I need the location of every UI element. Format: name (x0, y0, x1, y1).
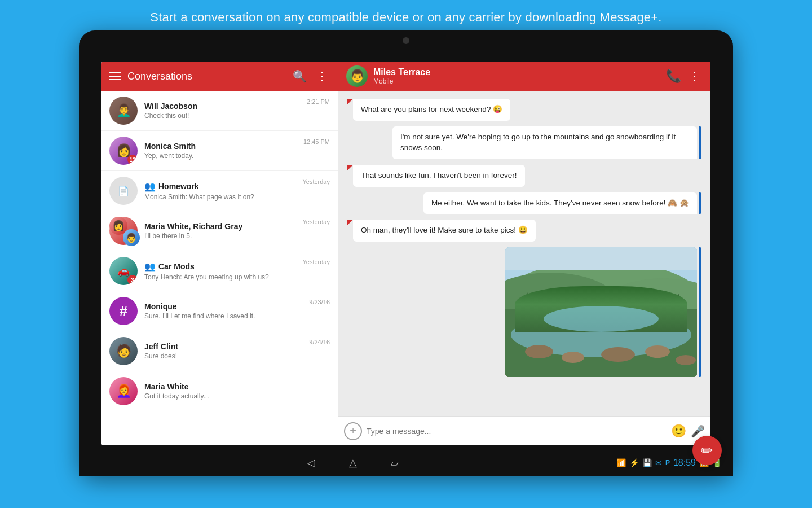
outgoing-wrapper: I'm not sure yet. We're hoping to go up … (392, 126, 701, 159)
avatar: # (109, 297, 138, 325)
outgoing-bar-icon (699, 247, 701, 377)
message-row: Oh man, they'll love it! Make sure to ta… (347, 220, 701, 242)
avatar: 🧑 (109, 337, 138, 365)
emoji-button[interactable]: 🙂 (671, 424, 686, 439)
voice-button[interactable]: 🎤 (691, 424, 705, 438)
message-input[interactable] (367, 427, 667, 436)
more-options-button[interactable]: ⋮ (314, 68, 330, 84)
more-options-button[interactable]: ⋮ (687, 68, 703, 84)
tagline: Start a conversation on any compatible d… (0, 0, 812, 30)
message-text: Me either. We want to take the kids. The… (431, 199, 689, 207)
conv-preview: Got it today actually... (144, 392, 323, 400)
conversation-list: 👨‍🦱 Will Jacobson Check this out! 2:21 P… (102, 91, 338, 445)
chat-header: 👨 Miles Terrace Mobile 📞 ⋮ (338, 62, 710, 91)
signal-icon: 📶 (616, 458, 626, 467)
unread-badge: 3 (127, 275, 138, 285)
conversations-title: Conversations (127, 71, 285, 82)
landscape-image (505, 247, 697, 377)
email-icon: ✉ (655, 458, 662, 467)
search-button[interactable]: 🔍 (292, 68, 307, 84)
conv-name: Monica Smith (144, 142, 297, 151)
contact-type: Mobile (373, 77, 660, 85)
conv-time: Yesterday (302, 178, 330, 185)
conv-name: Jeff Clint (144, 342, 302, 351)
message-bubble: Me either. We want to take the kids. The… (423, 192, 697, 214)
svg-point-6 (525, 345, 553, 358)
tablet-frame: Conversations 🔍 ⋮ 👨‍🦱 Will Jacobson Chec… (79, 30, 733, 476)
message-bubble: That sounds like fun. I haven't been in … (353, 165, 525, 187)
conv-info: Will Jacobson Check this out! (144, 102, 300, 120)
android-nav-bar: ◁ △ ▱ 📶 ⚡ 💾 ✉ P 18:59 📶 🔋 (79, 449, 733, 476)
status-time: 18:59 (673, 458, 696, 468)
conv-time: 9/23/16 (309, 299, 330, 305)
group-icon: 👥 (144, 181, 156, 192)
storage-icon: 💾 (642, 458, 652, 467)
conv-info: Jeff Clint Sure does! (144, 342, 302, 360)
svg-point-7 (562, 352, 584, 363)
message-text: That sounds like fun. I haven't been in … (361, 171, 517, 179)
avatar: 👩 13 (109, 137, 138, 165)
message-indicator-icon (347, 220, 353, 225)
back-button[interactable]: ◁ (307, 457, 315, 469)
message-text: Oh man, they'll love it! Make sure to ta… (361, 226, 528, 234)
image-message[interactable] (505, 247, 697, 377)
app-container: Conversations 🔍 ⋮ 👨‍🦱 Will Jacobson Chec… (102, 62, 710, 445)
avatar: 🚗 3 (109, 257, 138, 285)
conv-preview: Check this out! (144, 112, 300, 120)
conv-info: Monique Sure. I'll Let me find where I s… (144, 302, 302, 320)
conversation-item[interactable]: 📄 👥 Homework Monica Smith: What page was… (102, 171, 338, 211)
conv-time: 12:45 PM (303, 138, 330, 145)
svg-point-1 (505, 261, 697, 340)
conv-preview: Monica Smith: What page was it on? (144, 193, 295, 201)
conversation-item[interactable]: 👩 13 Monica Smith Yep, went today. 12:45… (102, 131, 338, 171)
outgoing-bar-icon (699, 192, 701, 214)
landscape-svg (505, 247, 697, 377)
home-button[interactable]: △ (349, 457, 357, 469)
avatar: 👩‍🦰 (109, 377, 138, 405)
conv-name: 👥 Car Mods (144, 261, 295, 272)
hamburger-menu-button[interactable] (109, 72, 121, 80)
svg-point-3 (601, 278, 697, 335)
left-header: Conversations 🔍 ⋮ (102, 62, 338, 91)
outgoing-bar-icon (699, 126, 701, 159)
message-text: What are you plans for next weekend? 😜 (361, 105, 502, 113)
conv-preview: Yep, went today. (144, 152, 297, 160)
message-bubble: Oh man, they'll love it! Make sure to ta… (353, 220, 536, 242)
call-button[interactable]: 📞 (665, 68, 681, 84)
contact-avatar: 👨 (346, 65, 368, 87)
outgoing-wrapper (505, 247, 701, 377)
conv-name: Maria White, Richard Gray (144, 222, 295, 231)
svg-marker-11 (522, 292, 533, 309)
conversation-item[interactable]: 👩‍🦰 Maria White Got it today actually... (102, 371, 338, 411)
conversation-item[interactable]: # Monique Sure. I'll Let me find where I… (102, 291, 338, 331)
conv-time: Yesterday (302, 259, 330, 265)
avatar: 👩 👨 (109, 217, 138, 245)
contact-name: Miles Terrace (373, 67, 660, 77)
left-panel: Conversations 🔍 ⋮ 👨‍🦱 Will Jacobson Chec… (102, 62, 338, 445)
conversation-item[interactable]: 👩 👨 Maria White, Richard Gray I'll be th… (102, 211, 338, 251)
messages-container: What are you plans for next weekend? 😜 I… (338, 91, 710, 416)
svg-point-9 (645, 345, 670, 358)
nav-items: ◁ △ ▱ (90, 457, 616, 469)
input-bar: + 🙂 🎤 (338, 416, 710, 445)
conversation-item[interactable]: 🧑 Jeff Clint Sure does! 9/24/16 (102, 331, 338, 371)
message-row: I'm not sure yet. We're hoping to go up … (347, 126, 701, 159)
conv-preview: I'll be there in 5. (144, 232, 295, 240)
message-bubble: I'm not sure yet. We're hoping to go up … (392, 126, 697, 159)
right-panel: 👨 Miles Terrace Mobile 📞 ⋮ What are you … (338, 62, 710, 445)
message-row: That sounds like fun. I haven't been in … (347, 165, 701, 187)
message-row: Me either. We want to take the kids. The… (347, 192, 701, 214)
conv-preview: Tony Hench: Are you meeting up with us? (144, 273, 295, 281)
conversation-item[interactable]: 🚗 3 👥 Car Mods Tony Hench: Are you meeti… (102, 251, 338, 291)
conversation-item[interactable]: 👨‍🦱 Will Jacobson Check this out! 2:21 P… (102, 91, 338, 131)
conv-name: Monique (144, 302, 302, 311)
conv-name: Will Jacobson (144, 102, 300, 111)
conv-time: 9/24/16 (309, 339, 330, 345)
message-text: I'm not sure yet. We're hoping to go up … (400, 133, 676, 152)
attach-button[interactable]: + (344, 422, 362, 440)
message-indicator-icon (347, 165, 353, 170)
conv-info: Maria White Got it today actually... (144, 382, 323, 400)
svg-marker-12 (536, 290, 548, 309)
recents-button[interactable]: ▱ (391, 457, 399, 469)
message-row: What are you plans for next weekend? 😜 (347, 99, 701, 121)
